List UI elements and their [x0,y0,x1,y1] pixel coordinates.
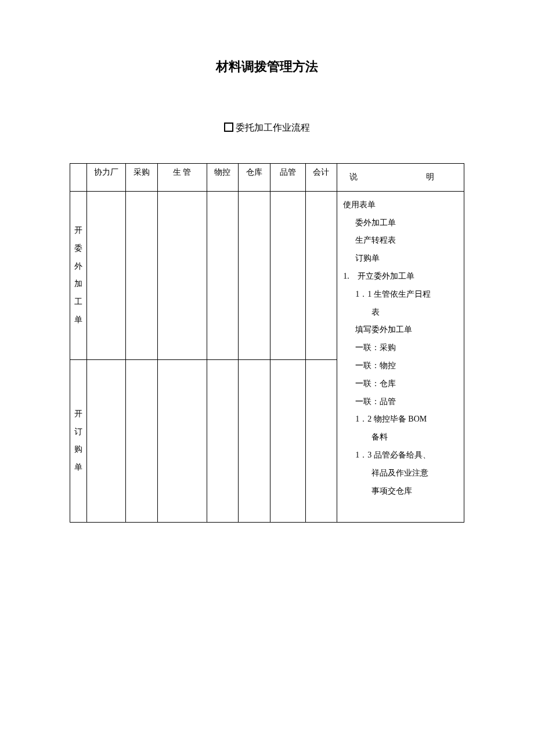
row2-col3 [157,359,207,522]
row1-col6 [270,191,305,359]
checkbox-icon [224,123,233,132]
row2-label-text: 开订购单 [73,405,84,477]
desc-line2: 委外加工单 [343,214,458,232]
row1-col5 [239,191,270,359]
desc-line13b: 祥品及作业注意 [343,465,458,483]
row1-col3 [157,191,207,359]
desc-line5: 1. 开立委外加工单 [343,268,458,286]
row1-col4 [207,191,239,359]
desc-line3: 生产转程表 [343,232,458,250]
row2-col7 [305,359,337,522]
row2-col4 [207,359,239,522]
workflow-table: 协力厂 采购 生 管 物控 仓库 品管 会计 说 明 开委外加工单 使用表单 委… [70,163,464,523]
row1-label-text: 开委外加工单 [73,222,84,329]
desc-line9: 一联：物控 [343,357,458,375]
row2-col2 [125,359,157,522]
header-col1: 协力厂 [87,164,126,192]
desc-line13: 1．3 品管必备给具、 [343,447,458,465]
header-col3: 生 管 [157,164,207,192]
desc-line10: 一联：仓库 [343,375,458,393]
row1-col2 [125,191,157,359]
row2-col5 [239,359,270,522]
desc-line12b: 备料 [343,429,458,447]
header-col8: 说 明 [337,164,464,192]
description-cell: 使用表单 委外加工单 生产转程表 订购单 1. 开立委外加工单 1．1 生管依生… [337,191,464,522]
header-col6: 品管 [270,164,305,192]
desc-line12: 1．2 物控毕备 BOM [343,411,458,429]
row2-label: 开订购单 [70,359,87,522]
row1-col1 [87,191,126,359]
header-col7: 会计 [305,164,337,192]
desc-line8: 一联：采购 [343,339,458,357]
desc-line6b: 表 [343,304,458,322]
desc-line11: 一联：品管 [343,393,458,411]
desc-line13c: 事项交仓库 [343,483,458,501]
desc-line4: 订购单 [343,250,458,268]
row1-col7 [305,191,337,359]
page-title: 材料调拨管理方法 [70,58,464,75]
header-col4: 物控 [207,164,239,192]
desc-line1: 使用表单 [343,196,458,214]
row2-col1 [87,359,126,522]
desc-line7: 填写委外加工单 [343,321,458,339]
table-row: 开委外加工单 使用表单 委外加工单 生产转程表 订购单 1. 开立委外加工单 1… [70,191,464,359]
row1-label: 开委外加工单 [70,191,87,359]
header-empty [70,164,87,192]
table-header-row: 协力厂 采购 生 管 物控 仓库 品管 会计 说 明 [70,164,464,192]
header-col5: 仓库 [239,164,270,192]
row2-col6 [270,359,305,522]
subtitle-text: 委托加工作业流程 [236,123,310,132]
desc-line6: 1．1 生管依生产日程 [343,286,458,304]
subtitle: 委托加工作业流程 [70,122,464,134]
header-col2: 采购 [125,164,157,192]
